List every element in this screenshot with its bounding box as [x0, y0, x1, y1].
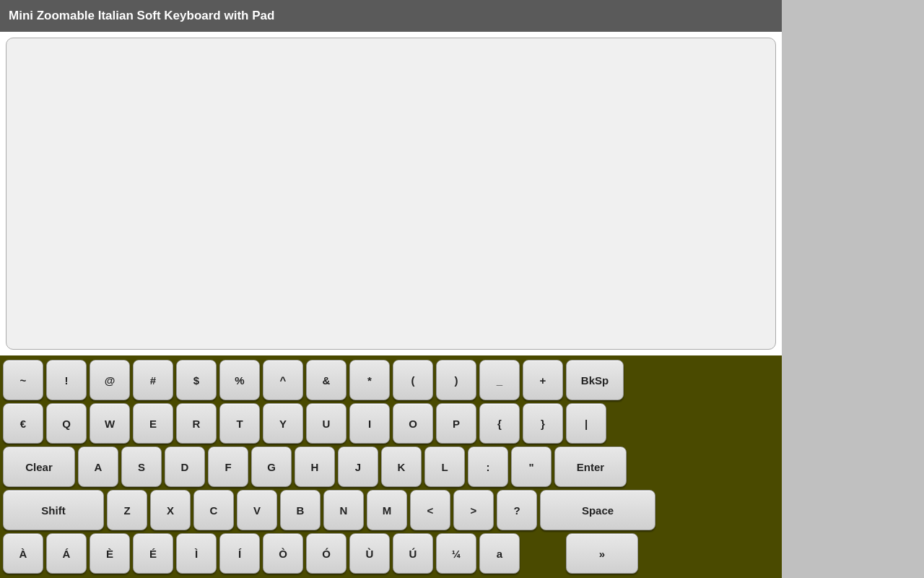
key-a[interactable]: A: [78, 447, 118, 487]
key-empty: [523, 533, 563, 574]
key-b[interactable]: B: [280, 490, 321, 530]
key-e-grave[interactable]: È: [90, 533, 130, 574]
key-i-grave[interactable]: Ì: [176, 533, 217, 574]
key-z[interactable]: Z: [107, 490, 147, 530]
key-h[interactable]: H: [295, 447, 335, 487]
key-space[interactable]: Space: [540, 490, 655, 530]
key-exclaim[interactable]: !: [46, 360, 87, 400]
key-w[interactable]: W: [90, 403, 130, 444]
key-j[interactable]: J: [338, 447, 378, 487]
key-u-grave[interactable]: Ù: [349, 533, 390, 574]
key-row-5: À Á È É Ì Í Ò Ó Ù Ú ¼ a »: [3, 533, 779, 574]
key-o[interactable]: O: [393, 403, 433, 444]
key-v[interactable]: V: [237, 490, 277, 530]
key-quote[interactable]: ": [511, 447, 552, 487]
key-dollar[interactable]: $: [176, 360, 217, 400]
key-p[interactable]: P: [436, 403, 476, 444]
key-asterisk[interactable]: *: [349, 360, 390, 400]
key-a-grave[interactable]: À: [3, 533, 43, 574]
key-hash[interactable]: #: [133, 360, 173, 400]
keyboard-area: ~ ! @ # $ % ^ & * ( ) _ + BkSp € Q W E R…: [0, 355, 782, 578]
key-underscore[interactable]: _: [479, 360, 520, 400]
key-shift[interactable]: Shift: [3, 490, 104, 530]
title-bar: Mini Zoomable Italian Soft Keyboard with…: [0, 0, 782, 32]
key-u-acute[interactable]: Ú: [393, 533, 433, 574]
key-percent[interactable]: %: [219, 360, 260, 400]
key-k[interactable]: K: [381, 447, 422, 487]
key-raquo[interactable]: »: [566, 533, 638, 574]
key-i[interactable]: I: [349, 403, 390, 444]
key-euro[interactable]: €: [3, 403, 43, 444]
key-d[interactable]: D: [165, 447, 205, 487]
key-enter[interactable]: Enter: [554, 447, 627, 487]
key-n[interactable]: N: [323, 490, 364, 530]
key-u[interactable]: U: [306, 403, 346, 444]
key-clear[interactable]: Clear: [3, 447, 75, 487]
key-o-acute[interactable]: Ó: [306, 533, 346, 574]
key-row-2: € Q W E R T Y U I O P { } |: [3, 403, 779, 444]
key-i-acute[interactable]: Í: [219, 533, 260, 574]
key-y[interactable]: Y: [263, 403, 303, 444]
app-title: Mini Zoomable Italian Soft Keyboard with…: [9, 9, 274, 23]
key-plus[interactable]: +: [523, 360, 563, 400]
key-q[interactable]: Q: [46, 403, 87, 444]
key-row-1: ~ ! @ # $ % ^ & * ( ) _ + BkSp: [3, 360, 779, 400]
key-e-acute[interactable]: É: [133, 533, 173, 574]
key-t[interactable]: T: [219, 403, 260, 444]
key-lparen[interactable]: (: [393, 360, 433, 400]
key-l[interactable]: L: [424, 447, 465, 487]
key-rparen[interactable]: ): [436, 360, 476, 400]
key-tilde[interactable]: ~: [3, 360, 43, 400]
key-c[interactable]: C: [193, 490, 234, 530]
key-quarter[interactable]: ¼: [436, 533, 476, 574]
key-x[interactable]: X: [150, 490, 191, 530]
key-g[interactable]: G: [251, 447, 292, 487]
key-lt[interactable]: <: [410, 490, 450, 530]
key-s[interactable]: S: [121, 447, 162, 487]
text-input[interactable]: [6, 38, 775, 349]
key-row-3: Clear A S D F G H J K L : " Enter: [3, 447, 779, 487]
key-pipe[interactable]: |: [566, 403, 606, 444]
key-a-lower[interactable]: a: [479, 533, 520, 574]
key-question[interactable]: ?: [497, 490, 537, 530]
key-o-grave[interactable]: Ò: [263, 533, 303, 574]
key-r[interactable]: R: [176, 403, 217, 444]
key-lbrace[interactable]: {: [479, 403, 520, 444]
key-gt[interactable]: >: [453, 490, 494, 530]
key-ampersand[interactable]: &: [306, 360, 346, 400]
key-caret[interactable]: ^: [263, 360, 303, 400]
key-f[interactable]: F: [208, 447, 248, 487]
key-colon[interactable]: :: [468, 447, 508, 487]
key-m[interactable]: M: [367, 490, 407, 530]
key-row-4: Shift Z X C V B N M < > ? Space: [3, 490, 779, 530]
text-area-container: [6, 38, 776, 350]
key-e[interactable]: E: [133, 403, 173, 444]
key-rbrace[interactable]: }: [523, 403, 563, 444]
key-backspace[interactable]: BkSp: [566, 360, 624, 400]
key-a-acute[interactable]: Á: [46, 533, 87, 574]
app: Mini Zoomable Italian Soft Keyboard with…: [0, 0, 782, 578]
key-at[interactable]: @: [90, 360, 130, 400]
